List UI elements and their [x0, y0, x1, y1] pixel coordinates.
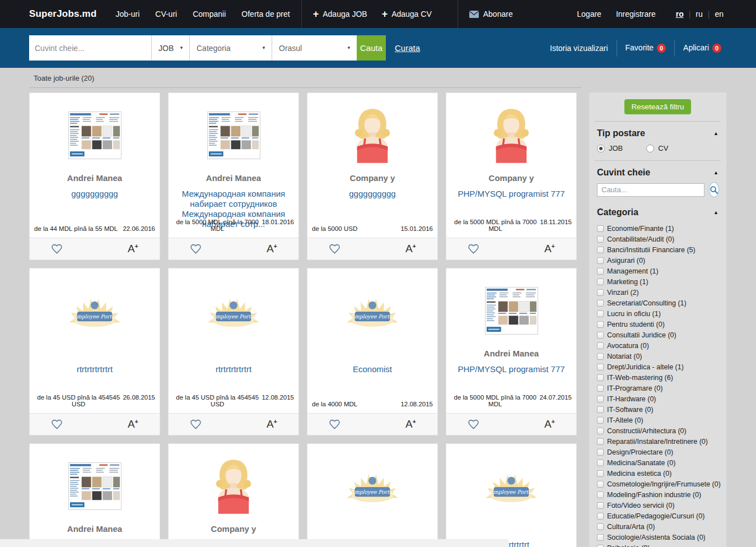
checkbox-icon[interactable]: [597, 481, 604, 488]
apply-icon[interactable]: A+: [267, 243, 277, 254]
nav-link[interactable]: Job-uri: [115, 10, 139, 18]
checkbox-icon[interactable]: [597, 364, 604, 370]
category-filter-item[interactable]: Design/Proiectare (0): [597, 447, 718, 457]
posting-type-radio[interactable]: JOB: [597, 144, 623, 152]
job-card[interactable]: Employee Portal Economist de la 4000 MDL…: [307, 268, 438, 435]
apply-icon[interactable]: A+: [128, 243, 138, 254]
category-filter-item[interactable]: Psihologie (0): [597, 543, 718, 547]
apply-icon[interactable]: A+: [405, 243, 416, 254]
favorite-heart-icon[interactable]: [329, 244, 340, 254]
login-link[interactable]: Logare: [577, 10, 601, 18]
checkbox-icon[interactable]: [597, 374, 604, 381]
sidebar-search-button[interactable]: [709, 182, 719, 197]
radio-icon[interactable]: [646, 145, 654, 152]
category-filter-item[interactable]: Constructii/Arhitectura (0): [597, 425, 718, 436]
checkbox-icon[interactable]: [597, 492, 604, 498]
language-option[interactable]: en: [715, 10, 724, 18]
posting-type-radio[interactable]: CV: [646, 144, 668, 152]
search-button[interactable]: Cauta: [357, 35, 386, 61]
keyword-section-header[interactable]: Cuvint cheie ▲: [596, 161, 720, 182]
favorite-heart-icon[interactable]: [329, 419, 340, 430]
checkbox-icon[interactable]: [597, 257, 604, 264]
checkbox-icon[interactable]: [597, 289, 604, 296]
language-option[interactable]: ro: [676, 10, 684, 18]
job-card[interactable]: Andrei Manea PHP/MYSQL programist 777 A+: [29, 443, 160, 547]
category-section-header[interactable]: Categoria ▲: [596, 205, 720, 222]
apply-icon[interactable]: A+: [267, 419, 277, 429]
job-card[interactable]: Employee Portal Manager pe vinzare A+: [307, 443, 438, 547]
checkbox-icon[interactable]: [597, 449, 604, 456]
applications-link[interactable]: Aplicari0: [683, 43, 721, 53]
checkbox-icon[interactable]: [597, 342, 604, 349]
checkbox-icon[interactable]: [597, 523, 604, 530]
add-cv-button[interactable]: + Adauga CV: [382, 9, 432, 19]
category-filter-item[interactable]: Pentru studenti (0): [597, 319, 718, 330]
register-link[interactable]: Inregistrare: [616, 10, 656, 18]
site-logo[interactable]: SuperJobs.md: [29, 8, 96, 20]
category-filter-item[interactable]: Lucru in oficiu (1): [597, 308, 718, 319]
checkbox-icon[interactable]: [597, 460, 604, 466]
category-filter-item[interactable]: Contabilitate/Audit (0): [597, 234, 718, 244]
checkbox-icon[interactable]: [597, 534, 604, 541]
checkbox-icon[interactable]: [597, 470, 604, 477]
category-filter-item[interactable]: Sociologie/Asistenta Sociala (0): [597, 532, 718, 543]
category-filter-item[interactable]: Educatie/Pedagogie/Cursuri (0): [597, 511, 718, 521]
job-card[interactable]: Andrei Manea PHP/MYSQL programist 777 de…: [446, 268, 577, 435]
nav-link[interactable]: Companii: [193, 10, 226, 18]
category-filter-item[interactable]: IT-Software (0): [597, 404, 718, 415]
job-title-link[interactable]: Economist: [307, 364, 437, 374]
job-title-link[interactable]: rtrtrtrtrtrtrt: [169, 364, 298, 374]
checkbox-icon[interactable]: [597, 502, 604, 509]
favorite-heart-icon[interactable]: [190, 244, 202, 254]
checkbox-icon[interactable]: [597, 310, 604, 317]
category-filter-item[interactable]: Medicina estetica (0): [597, 468, 718, 479]
checkbox-icon[interactable]: [597, 353, 604, 360]
job-card[interactable]: Employee Portal rtrtrtrtrtrtrt de la 45 …: [29, 268, 160, 435]
nav-link[interactable]: CV-uri: [155, 10, 177, 18]
job-card[interactable]: Company y PHP/MYSQL programist 777 de la…: [446, 92, 577, 260]
checkbox-icon[interactable]: [597, 396, 604, 402]
category-filter-item[interactable]: Marketing (1): [597, 276, 718, 287]
checkbox-icon[interactable]: [597, 385, 604, 392]
keyword-input[interactable]: [35, 44, 146, 53]
category-filter-item[interactable]: Secretariat/Consulting (1): [597, 298, 718, 308]
favorites-link[interactable]: Favorite0: [626, 43, 666, 53]
checkbox-icon[interactable]: [597, 513, 604, 520]
favorite-heart-icon[interactable]: [51, 419, 63, 430]
radio-icon[interactable]: [597, 145, 605, 152]
apply-icon[interactable]: A+: [544, 419, 555, 429]
clear-link[interactable]: Curata: [395, 43, 420, 53]
checkbox-icon[interactable]: [597, 225, 604, 232]
category-select[interactable]: Categoria ▼: [189, 35, 272, 61]
category-filter-item[interactable]: Banci/Institutii Financiare (5): [597, 244, 718, 255]
category-filter-item[interactable]: IT-Web-mastering (6): [597, 372, 718, 383]
city-select[interactable]: Orasul ▼: [272, 35, 357, 61]
job-title-link[interactable]: PHP/MYSQL programist 777: [446, 189, 576, 199]
category-filter-item[interactable]: Drept/Juridica - altele (1): [597, 361, 718, 372]
view-history-link[interactable]: Istoria vizualizari: [550, 44, 608, 53]
nav-link[interactable]: Oferta de pret: [241, 10, 290, 18]
checkbox-icon[interactable]: [597, 321, 604, 328]
apply-icon[interactable]: A+: [128, 419, 138, 429]
job-title-link[interactable]: PHP/MYSQL programist 777: [446, 364, 576, 374]
category-filter-item[interactable]: Management (1): [597, 266, 718, 276]
checkbox-icon[interactable]: [597, 332, 604, 339]
checkbox-icon[interactable]: [597, 300, 604, 307]
checkbox-icon[interactable]: [597, 438, 604, 445]
checkbox-icon[interactable]: [597, 406, 604, 413]
category-filter-item[interactable]: IT-Programare (0): [597, 383, 718, 393]
language-option[interactable]: ru: [696, 10, 702, 18]
job-title-link[interactable]: gggggggggg: [30, 189, 160, 199]
checkbox-icon[interactable]: [597, 428, 604, 434]
category-filter-item[interactable]: IT-Hardware (0): [597, 393, 718, 404]
category-filter-item[interactable]: Cosmetologie/Ingrijire/Frumusete (0): [597, 479, 718, 489]
job-card[interactable]: Employee Portal rtrtrtrtrtrtrt A+: [446, 443, 577, 547]
job-card[interactable]: Company y gggggggggg de la 5000 USD 15.0…: [307, 92, 438, 260]
checkbox-icon[interactable]: [597, 279, 604, 285]
category-filter-item[interactable]: Cultura/Arta (0): [597, 521, 718, 532]
checkbox-icon[interactable]: [597, 236, 604, 243]
category-filter-item[interactable]: Medicina/Sanatate (0): [597, 457, 718, 468]
category-filter-item[interactable]: IT-Altele (0): [597, 415, 718, 425]
checkbox-icon[interactable]: [597, 545, 604, 547]
job-card[interactable]: Employee Portal rtrtrtrtrtrtrt de la 45 …: [168, 268, 299, 435]
